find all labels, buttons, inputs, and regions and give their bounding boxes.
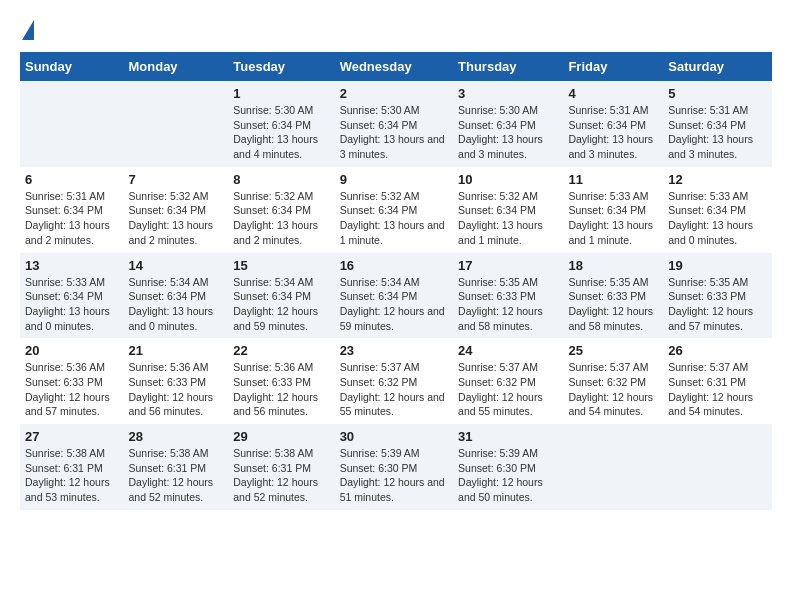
calendar-cell: 24Sunrise: 5:37 AM Sunset: 6:32 PM Dayli… [453,338,563,424]
day-info: Sunrise: 5:31 AM Sunset: 6:34 PM Dayligh… [568,103,658,162]
day-info: Sunrise: 5:38 AM Sunset: 6:31 PM Dayligh… [128,446,223,505]
calendar-cell: 15Sunrise: 5:34 AM Sunset: 6:34 PM Dayli… [228,253,334,339]
calendar-week-row: 13Sunrise: 5:33 AM Sunset: 6:34 PM Dayli… [20,253,772,339]
header-saturday: Saturday [663,52,772,81]
day-number: 28 [128,429,223,444]
day-number: 10 [458,172,558,187]
calendar-cell: 3Sunrise: 5:30 AM Sunset: 6:34 PM Daylig… [453,81,563,167]
calendar-cell: 2Sunrise: 5:30 AM Sunset: 6:34 PM Daylig… [335,81,453,167]
day-number: 1 [233,86,329,101]
calendar-cell [20,81,123,167]
day-info: Sunrise: 5:37 AM Sunset: 6:32 PM Dayligh… [340,360,448,419]
day-number: 7 [128,172,223,187]
calendar-cell: 27Sunrise: 5:38 AM Sunset: 6:31 PM Dayli… [20,424,123,510]
day-number: 15 [233,258,329,273]
calendar-cell: 23Sunrise: 5:37 AM Sunset: 6:32 PM Dayli… [335,338,453,424]
day-number: 6 [25,172,118,187]
day-info: Sunrise: 5:30 AM Sunset: 6:34 PM Dayligh… [458,103,558,162]
calendar-cell: 9Sunrise: 5:32 AM Sunset: 6:34 PM Daylig… [335,167,453,253]
calendar-cell: 6Sunrise: 5:31 AM Sunset: 6:34 PM Daylig… [20,167,123,253]
day-number: 3 [458,86,558,101]
calendar-cell: 1Sunrise: 5:30 AM Sunset: 6:34 PM Daylig… [228,81,334,167]
calendar-cell [563,424,663,510]
day-number: 13 [25,258,118,273]
day-info: Sunrise: 5:34 AM Sunset: 6:34 PM Dayligh… [128,275,223,334]
calendar-cell: 26Sunrise: 5:37 AM Sunset: 6:31 PM Dayli… [663,338,772,424]
day-number: 12 [668,172,767,187]
day-info: Sunrise: 5:36 AM Sunset: 6:33 PM Dayligh… [233,360,329,419]
day-info: Sunrise: 5:35 AM Sunset: 6:33 PM Dayligh… [568,275,658,334]
day-number: 24 [458,343,558,358]
day-info: Sunrise: 5:33 AM Sunset: 6:34 PM Dayligh… [568,189,658,248]
header-thursday: Thursday [453,52,563,81]
day-number: 30 [340,429,448,444]
calendar-week-row: 27Sunrise: 5:38 AM Sunset: 6:31 PM Dayli… [20,424,772,510]
day-number: 25 [568,343,658,358]
day-info: Sunrise: 5:37 AM Sunset: 6:32 PM Dayligh… [458,360,558,419]
calendar-header-row: SundayMondayTuesdayWednesdayThursdayFrid… [20,52,772,81]
day-number: 14 [128,258,223,273]
day-number: 22 [233,343,329,358]
calendar-cell: 25Sunrise: 5:37 AM Sunset: 6:32 PM Dayli… [563,338,663,424]
calendar-week-row: 6Sunrise: 5:31 AM Sunset: 6:34 PM Daylig… [20,167,772,253]
calendar-cell: 31Sunrise: 5:39 AM Sunset: 6:30 PM Dayli… [453,424,563,510]
day-number: 2 [340,86,448,101]
calendar-cell: 7Sunrise: 5:32 AM Sunset: 6:34 PM Daylig… [123,167,228,253]
day-info: Sunrise: 5:34 AM Sunset: 6:34 PM Dayligh… [340,275,448,334]
calendar-week-row: 1Sunrise: 5:30 AM Sunset: 6:34 PM Daylig… [20,81,772,167]
calendar-cell [663,424,772,510]
calendar-cell: 13Sunrise: 5:33 AM Sunset: 6:34 PM Dayli… [20,253,123,339]
day-number: 21 [128,343,223,358]
day-number: 11 [568,172,658,187]
day-number: 5 [668,86,767,101]
day-number: 18 [568,258,658,273]
calendar-cell: 16Sunrise: 5:34 AM Sunset: 6:34 PM Dayli… [335,253,453,339]
day-info: Sunrise: 5:34 AM Sunset: 6:34 PM Dayligh… [233,275,329,334]
calendar-cell: 18Sunrise: 5:35 AM Sunset: 6:33 PM Dayli… [563,253,663,339]
day-number: 27 [25,429,118,444]
day-info: Sunrise: 5:32 AM Sunset: 6:34 PM Dayligh… [340,189,448,248]
calendar-cell: 22Sunrise: 5:36 AM Sunset: 6:33 PM Dayli… [228,338,334,424]
day-number: 4 [568,86,658,101]
day-info: Sunrise: 5:35 AM Sunset: 6:33 PM Dayligh… [668,275,767,334]
calendar-cell: 29Sunrise: 5:38 AM Sunset: 6:31 PM Dayli… [228,424,334,510]
day-number: 29 [233,429,329,444]
header-sunday: Sunday [20,52,123,81]
calendar-cell: 28Sunrise: 5:38 AM Sunset: 6:31 PM Dayli… [123,424,228,510]
calendar-cell: 8Sunrise: 5:32 AM Sunset: 6:34 PM Daylig… [228,167,334,253]
header-wednesday: Wednesday [335,52,453,81]
day-info: Sunrise: 5:36 AM Sunset: 6:33 PM Dayligh… [128,360,223,419]
header-friday: Friday [563,52,663,81]
day-info: Sunrise: 5:39 AM Sunset: 6:30 PM Dayligh… [340,446,448,505]
day-number: 9 [340,172,448,187]
page-header [20,20,772,42]
day-info: Sunrise: 5:32 AM Sunset: 6:34 PM Dayligh… [458,189,558,248]
calendar-cell: 21Sunrise: 5:36 AM Sunset: 6:33 PM Dayli… [123,338,228,424]
day-number: 16 [340,258,448,273]
calendar-table: SundayMondayTuesdayWednesdayThursdayFrid… [20,52,772,510]
header-tuesday: Tuesday [228,52,334,81]
day-info: Sunrise: 5:38 AM Sunset: 6:31 PM Dayligh… [233,446,329,505]
day-info: Sunrise: 5:30 AM Sunset: 6:34 PM Dayligh… [233,103,329,162]
calendar-cell: 17Sunrise: 5:35 AM Sunset: 6:33 PM Dayli… [453,253,563,339]
calendar-cell: 19Sunrise: 5:35 AM Sunset: 6:33 PM Dayli… [663,253,772,339]
day-info: Sunrise: 5:33 AM Sunset: 6:34 PM Dayligh… [25,275,118,334]
day-number: 31 [458,429,558,444]
day-info: Sunrise: 5:30 AM Sunset: 6:34 PM Dayligh… [340,103,448,162]
logo [20,20,34,42]
logo-triangle-icon [22,20,34,40]
calendar-cell: 4Sunrise: 5:31 AM Sunset: 6:34 PM Daylig… [563,81,663,167]
day-info: Sunrise: 5:37 AM Sunset: 6:31 PM Dayligh… [668,360,767,419]
day-info: Sunrise: 5:33 AM Sunset: 6:34 PM Dayligh… [668,189,767,248]
day-number: 20 [25,343,118,358]
day-info: Sunrise: 5:37 AM Sunset: 6:32 PM Dayligh… [568,360,658,419]
day-info: Sunrise: 5:35 AM Sunset: 6:33 PM Dayligh… [458,275,558,334]
calendar-cell: 5Sunrise: 5:31 AM Sunset: 6:34 PM Daylig… [663,81,772,167]
calendar-cell: 12Sunrise: 5:33 AM Sunset: 6:34 PM Dayli… [663,167,772,253]
header-monday: Monday [123,52,228,81]
day-info: Sunrise: 5:39 AM Sunset: 6:30 PM Dayligh… [458,446,558,505]
day-info: Sunrise: 5:38 AM Sunset: 6:31 PM Dayligh… [25,446,118,505]
day-info: Sunrise: 5:32 AM Sunset: 6:34 PM Dayligh… [128,189,223,248]
day-info: Sunrise: 5:31 AM Sunset: 6:34 PM Dayligh… [25,189,118,248]
day-info: Sunrise: 5:36 AM Sunset: 6:33 PM Dayligh… [25,360,118,419]
